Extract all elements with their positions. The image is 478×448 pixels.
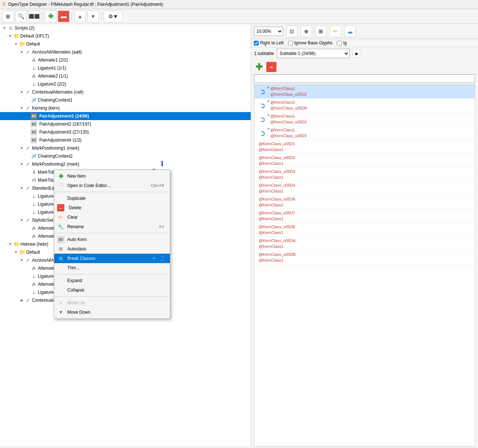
- move-down-btn[interactable]: ▼: [87, 11, 99, 22]
- remove-pair-btn[interactable]: –: [266, 62, 276, 72]
- subtable-count: 1 subtable: [254, 51, 274, 56]
- tree-node-mark2[interactable]: ▼ ✓ MarkPositioning2 (mark): [0, 160, 251, 168]
- move-up-btn[interactable]: ▲: [74, 11, 86, 22]
- tree-node-dflt[interactable]: ▼ 📁 Default (DFLT): [0, 32, 251, 40]
- expand-kern[interactable]: ▼: [19, 105, 25, 111]
- kern-pair-row-2[interactable]: כ * @KernClass1 @KernClass_u05E6: [254, 112, 475, 126]
- expand-contextual-alt[interactable]: ▶: [19, 297, 25, 303]
- fit-page-btn[interactable]: ⊡: [286, 25, 298, 37]
- rename-icon: 🔧: [57, 223, 64, 230]
- tree-node-lig2[interactable]: ▼ ʟ Ligature2 (2/2): [0, 80, 251, 88]
- zoom-select[interactable]: 10.00%: [254, 27, 283, 36]
- ctx-open-code[interactable]: 📄 Open in Code Editor... Ctrl+F8: [54, 181, 170, 190]
- ctx-collapse[interactable]: Collapse: [54, 285, 170, 295]
- ctx-autoclass[interactable]: ⊞ Autoclass: [54, 244, 170, 254]
- binoculars-btn[interactable]: ⬛⬛: [28, 11, 40, 22]
- kern-pair-row-4[interactable]: @KernClass_u05D1 @KernClass1: [254, 140, 475, 154]
- kern-pair-row-5[interactable]: @KernClass_u05D2 @KernClass1: [254, 154, 475, 168]
- expand-dflt[interactable]: ▼: [7, 33, 13, 39]
- new-item-icon: ✚: [57, 173, 64, 180]
- kern-pair-row-8[interactable]: @KernClass_u05D6 @KernClass1: [254, 195, 475, 209]
- kern-icon: ✓: [25, 105, 31, 111]
- ctx-new-item[interactable]: ✚ New Item: [54, 171, 170, 181]
- ctx-expand[interactable]: Expand: [54, 276, 170, 285]
- tree-node-pairadj2[interactable]: ▼ AV PairAdjustment2 (197/197): [0, 120, 251, 128]
- add-lookup-btn[interactable]: ✚: [45, 11, 56, 22]
- kern-pair-row-3[interactable]: כ * @KernClass1 @KernClass_u05E9: [254, 126, 475, 140]
- kern-pair-row-0[interactable]: כ * @KernClass1 @KernClass_u05D2: [254, 85, 475, 99]
- expand-hebrew[interactable]: ▼: [7, 241, 13, 247]
- settings-dropdown-btn[interactable]: ⚙▼: [104, 11, 123, 22]
- ctx-move-up[interactable]: ▲ Move Up: [54, 298, 170, 308]
- ctx-delete[interactable]: – Delete: [54, 203, 170, 213]
- tree-node-pairadj3[interactable]: ▼ AV PairAdjustment3 (27/135): [0, 128, 251, 136]
- grid-btn[interactable]: ⊞: [315, 25, 327, 37]
- tree-node-aalt[interactable]: ▼ ✓ AccessAllAlternates (aalt): [0, 48, 251, 56]
- kern-pair-row-6[interactable]: @KernClass_u05D3 @KernClass1: [254, 168, 475, 182]
- ctx-break-classes[interactable]: ⊟ Break Classes 2: [54, 254, 170, 263]
- kern-second-4: @KernClass1: [259, 147, 295, 152]
- tree-node-pairadj4[interactable]: ▼ AV PairAdjustment4 (1/2): [0, 136, 251, 144]
- ignore-base-checkbox[interactable]: [288, 41, 293, 45]
- kern-class-text-9: @KernClass_u05D7 @KernClass1: [256, 210, 295, 222]
- add-pair-btn[interactable]: ✚: [254, 62, 264, 72]
- ignore-base-row[interactable]: Ignore Base Glyphs: [288, 40, 332, 45]
- tree-node-alt2[interactable]: ▼ A Alternate2 (1/1): [0, 72, 251, 80]
- expand-scripts[interactable]: ▼: [1, 25, 7, 31]
- tree-node-pairadj1[interactable]: ▼ AV PairAdjustment1 (24/96): [0, 112, 251, 120]
- kern-pair-row-11[interactable]: @KernClass_u05DA @KernClass1: [254, 237, 475, 251]
- kern-pair-row-9[interactable]: @KernClass_u05D7 @KernClass1: [254, 209, 475, 223]
- ctx-move-down[interactable]: ▼ Move Down: [54, 308, 170, 317]
- expand-mark1[interactable]: ▼: [19, 145, 25, 151]
- kern-pair-row-12[interactable]: @KernClass_u05DB @KernClass1: [254, 251, 475, 265]
- kern-second-2: @KernClass_u05E6: [270, 119, 307, 125]
- tree-node-lig1[interactable]: ▼ ʟ Ligature1 (1/1): [0, 64, 251, 72]
- edit-btn[interactable]: ✏: [330, 25, 341, 37]
- expand-mark2[interactable]: ▼: [19, 161, 25, 167]
- tree-node-mark1[interactable]: ▼ ✓ MarkPositioning1 (mark): [0, 144, 251, 152]
- ctx-autokern[interactable]: AV Auto Kern: [54, 235, 170, 244]
- expand-default-lang[interactable]: ▼: [13, 41, 19, 47]
- cloud-btn[interactable]: ☁: [344, 25, 356, 37]
- expand-calt[interactable]: ▼: [19, 89, 25, 95]
- tree-node-scripts[interactable]: ▼ ⊟ Scripts (2): [0, 24, 251, 32]
- subtable-extra-btn[interactable]: ▶: [352, 49, 361, 58]
- remove-lookup-btn[interactable]: ▬: [58, 11, 69, 22]
- search-btn[interactable]: 🔍: [15, 11, 27, 22]
- rtl-checkbox-row[interactable]: Right to Left: [254, 40, 284, 45]
- rtl-label: Right to Left: [260, 40, 284, 45]
- tree-node-chain2[interactable]: ▼ 🔗 ChainingContext2: [0, 152, 251, 160]
- expand-ss01[interactable]: ▼: [19, 217, 25, 223]
- table-icon: ⊞: [6, 13, 10, 19]
- expand-liga[interactable]: ▼: [19, 185, 25, 191]
- ctx-move-down-label: Move Down: [67, 310, 164, 315]
- kern-glyph-1: כ *: [256, 99, 270, 112]
- kern-pair-row-7[interactable]: @KernClass_u05D4 @KernClass1: [254, 182, 475, 195]
- fit-width-btn[interactable]: ⊕: [300, 25, 312, 37]
- expand-aalt[interactable]: ▼: [19, 49, 25, 55]
- third-checkbox[interactable]: [337, 41, 342, 45]
- kern-pair-row-1[interactable]: כ * @KernClass1 @KernClass_u05D8: [254, 99, 475, 112]
- tree-node-default-lang[interactable]: ▼ 📁 Default: [0, 40, 251, 48]
- expand-hebrew-default[interactable]: ▼: [13, 249, 19, 255]
- ctx-clear[interactable]: ✏ Clear: [54, 213, 170, 222]
- ctx-trim[interactable]: Trim...: [54, 263, 170, 273]
- tree-node-kern[interactable]: ▼ ✓ Kerning (kern): [0, 104, 251, 112]
- rtl-checkbox[interactable]: [254, 41, 259, 45]
- ctx-rename[interactable]: 🔧 Rename F2: [54, 222, 170, 231]
- ctx-duplicate[interactable]: Duplicate: [54, 194, 170, 203]
- kern-second-8: @KernClass1: [259, 202, 295, 208]
- kern-label: Kerning (kern): [32, 106, 60, 111]
- kern-pair-list[interactable]: כ * @KernClass1 @KernClass_u05D2 כ *: [254, 84, 475, 447]
- subtable-select[interactable]: Subtable 1 (24/96) Subtable 2: [277, 49, 350, 58]
- expand-hebrew-aalt[interactable]: ▼: [19, 257, 25, 263]
- third-checkbox-row[interactable]: Ig: [337, 40, 347, 45]
- kern-second-3: @KernClass_u05E9: [270, 133, 307, 139]
- tree-node-alt1[interactable]: ▼ A Alternate1 (2/2): [0, 56, 251, 64]
- tree-node-chain1[interactable]: ▼ 🔗 ChainingContext1: [0, 96, 251, 104]
- kern-pair-row-10[interactable]: @KernClass_u05D8 @KernClass1: [254, 223, 475, 237]
- tree-node-calt[interactable]: ▼ ✓ ContextualAlternates (calt): [0, 88, 251, 96]
- third-label: Ig: [343, 40, 347, 45]
- table-btn[interactable]: ⊞: [2, 11, 14, 22]
- pair-search-input[interactable]: [254, 74, 475, 83]
